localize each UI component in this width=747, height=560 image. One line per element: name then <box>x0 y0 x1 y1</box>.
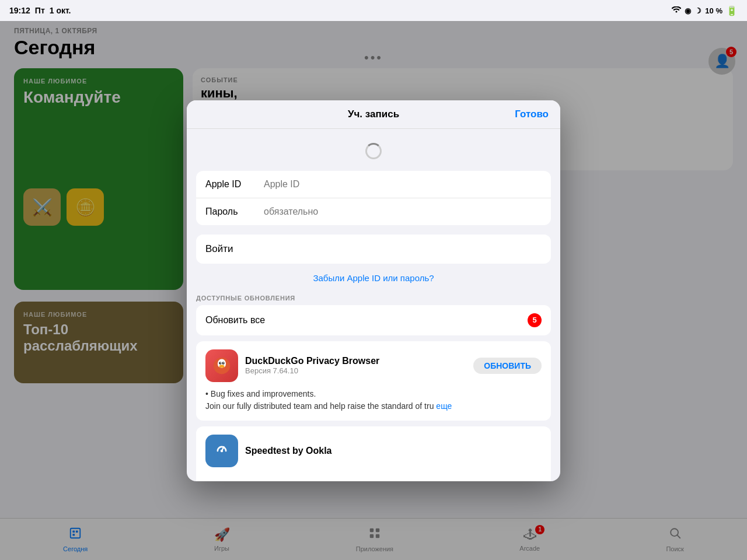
duckduckgo-icon <box>205 349 238 382</box>
modal-header: Уч. запись Готово <box>187 100 560 129</box>
duckduckgo-version: Версия 7.64.10 <box>245 366 466 375</box>
duckduckgo-name: DuckDuckGo Privacy Browser <box>245 356 466 366</box>
more-link[interactable]: еще <box>436 401 452 411</box>
speedtest-icon <box>205 435 238 467</box>
login-form: Apple ID Пароль <box>196 171 551 225</box>
updates-header: Доступные обновления <box>187 291 560 305</box>
speedtest-name: Speedtest by Ookla <box>245 446 542 456</box>
duckduckgo-notes: • Bug fixes and improvements. Join our f… <box>205 388 542 412</box>
day-of-week: Пт <box>35 6 45 15</box>
app-background: Пятница, 1 октября Сегодня ••• 👤 5 Наше … <box>0 21 747 560</box>
app-note2: Join our fully distributed team and help… <box>205 401 434 411</box>
duckduckgo-update-item: DuckDuckGo Privacy Browser Версия 7.64.1… <box>196 341 551 421</box>
login-button[interactable]: Войти <box>196 235 551 264</box>
modal-title: Уч. запись <box>348 108 399 120</box>
loading-spinner <box>365 143 382 159</box>
appleid-input[interactable] <box>264 179 542 190</box>
moon-icon: ☽ <box>694 6 701 15</box>
location-icon: ◉ <box>685 6 691 15</box>
status-right: ◉ ☽ 10 % 🔋 <box>672 5 738 16</box>
spinner-area <box>187 129 560 171</box>
forgot-link[interactable]: Забыли Apple ID или пароль? <box>187 271 560 291</box>
svg-point-15 <box>223 362 224 363</box>
time: 19:12 <box>9 6 30 15</box>
update-all-label: Обновить все <box>205 315 265 326</box>
appleid-row: Apple ID <box>196 171 551 198</box>
speedtest-header-row: Speedtest by Ookla <box>205 435 542 467</box>
modal-overlay: Уч. запись Готово Apple ID Пароль <box>0 21 747 560</box>
done-button[interactable]: Готово <box>515 108 549 120</box>
update-all-row[interactable]: Обновить все 5 <box>196 305 551 335</box>
duckduckgo-update-button[interactable]: ОБНОВИТЬ <box>473 358 542 374</box>
status-left: 19:12 Пт 1 окт. <box>9 6 71 15</box>
speedtest-update-item: Speedtest by Ookla <box>196 426 551 481</box>
password-label: Пароль <box>205 206 264 217</box>
login-section: Войти <box>196 235 551 264</box>
password-input[interactable] <box>264 206 542 217</box>
svg-point-18 <box>221 449 223 452</box>
password-row: Пароль <box>196 198 551 225</box>
account-modal: Уч. запись Готово Apple ID Пароль <box>187 100 560 481</box>
svg-point-16 <box>219 365 225 368</box>
wifi-icon <box>672 6 681 15</box>
updates-count-badge: 5 <box>528 313 542 327</box>
day-num: 1 окт. <box>50 6 71 15</box>
app-note1: • Bug fixes and improvements. <box>205 389 316 398</box>
appleid-label: Apple ID <box>205 179 264 190</box>
app-header-row: DuckDuckGo Privacy Browser Версия 7.64.1… <box>205 349 542 382</box>
speedtest-info: Speedtest by Ookla <box>245 446 542 456</box>
battery-icon: 🔋 <box>726 5 738 16</box>
duckduckgo-info: DuckDuckGo Privacy Browser Версия 7.64.1… <box>245 356 466 375</box>
status-bar: 19:12 Пт 1 окт. ◉ ☽ 10 % 🔋 <box>0 0 747 21</box>
svg-point-14 <box>220 362 221 363</box>
battery-percent: 10 % <box>705 6 722 15</box>
